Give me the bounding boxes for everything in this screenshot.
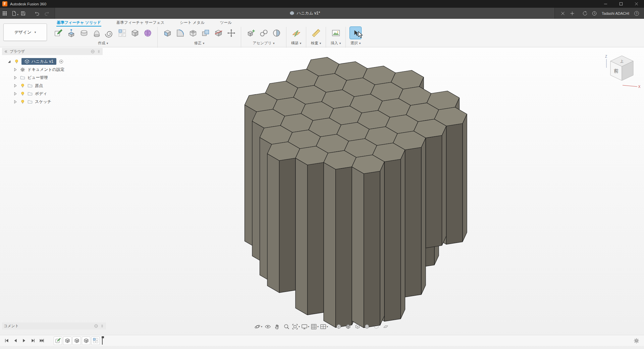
expand-arrow-icon[interactable] <box>13 91 18 96</box>
app-grid-icon[interactable] <box>0 8 9 19</box>
combine-button[interactable] <box>200 27 211 39</box>
viewports-tool[interactable]: ▾ <box>320 322 328 331</box>
visibility-bulb-icon[interactable] <box>20 91 25 96</box>
hex-column-face[interactable] <box>405 147 422 297</box>
section-analysis-button[interactable] <box>271 27 282 39</box>
measure-button[interactable] <box>310 27 322 39</box>
new-component-button[interactable] <box>245 27 257 39</box>
minimize-button[interactable] <box>598 0 613 8</box>
comment-minimize-icon[interactable] <box>94 324 98 328</box>
timeline-playhead[interactable] <box>102 337 103 345</box>
browser-grip-icon[interactable] <box>97 49 101 54</box>
expand-arrow-icon[interactable] <box>13 75 18 80</box>
redo-icon[interactable] <box>42 8 51 19</box>
orbit-tool[interactable]: ▾ <box>254 322 263 331</box>
hex-column-face[interactable] <box>446 123 463 244</box>
hex-column-face[interactable] <box>352 167 364 328</box>
hex-column-face[interactable] <box>267 154 279 293</box>
browser-minimize-icon[interactable] <box>91 49 95 54</box>
visual-style-shaded-tool[interactable] <box>334 322 343 331</box>
revolve-button[interactable] <box>78 27 90 39</box>
grid-and-snaps-tool[interactable]: ▾ <box>310 322 319 331</box>
expand-arrow-icon[interactable] <box>13 67 18 72</box>
toolbar-group-label-assemble[interactable]: アセンブリ▾ <box>253 41 275 46</box>
hex-column-face[interactable] <box>421 138 426 295</box>
play-button[interactable] <box>20 337 28 345</box>
step-forward-button[interactable] <box>29 337 37 345</box>
select-tool-button[interactable] <box>350 27 361 39</box>
feature-extrude-1[interactable] <box>63 337 71 345</box>
construction-plane-button[interactable] <box>290 27 302 39</box>
extrude-button[interactable] <box>65 27 77 39</box>
hex-column-face[interactable] <box>442 126 446 246</box>
ribbon-tab-2[interactable]: 基準フィーチャ サーフェス <box>116 19 165 27</box>
workspace-dropdown[interactable]: デザイン ▾ <box>3 23 47 41</box>
visual-style-hidden-edge-tool[interactable] <box>372 322 381 331</box>
visual-style-shaded-edges-tool[interactable] <box>344 322 353 331</box>
browser-item-origin[interactable]: 原点 <box>2 82 103 90</box>
box-primitive-button[interactable] <box>129 27 141 39</box>
ribbon-tab-4[interactable]: ツール <box>220 19 232 27</box>
display-settings-tool[interactable]: ▾ <box>301 322 310 331</box>
feature-pattern-1[interactable] <box>91 337 100 345</box>
hex-column-face[interactable] <box>463 114 467 242</box>
toolbar-group-label-modify[interactable]: 修正▾ <box>194 41 205 46</box>
feature-extrude-3[interactable] <box>82 337 90 345</box>
pan-tool[interactable] <box>273 322 281 331</box>
loft-button[interactable] <box>91 27 102 39</box>
look-at-tool[interactable] <box>263 322 272 331</box>
rectangular-pattern-button[interactable] <box>116 27 128 39</box>
hex-column-face[interactable] <box>336 167 352 328</box>
hex-column-face[interactable] <box>324 162 336 328</box>
hex-column-face[interactable] <box>426 136 442 248</box>
browser-item-root[interactable]: ハニカム v1 <box>2 57 103 65</box>
insert-canvas-button[interactable] <box>330 27 341 39</box>
move-copy-button[interactable] <box>225 27 237 39</box>
honeycomb-body[interactable] <box>245 57 467 328</box>
press-pull-button[interactable] <box>162 27 173 39</box>
hex-column-face[interactable] <box>384 159 401 321</box>
job-status-icon[interactable] <box>580 11 590 16</box>
browser-item-named-views[interactable]: ビュー管理 <box>2 73 103 82</box>
comment-bar[interactable]: コメント <box>2 322 106 330</box>
recent-activity-icon[interactable] <box>590 11 599 16</box>
toolbar-group-label-select[interactable]: 選択▾ <box>351 41 361 46</box>
user-name[interactable]: Tadashi ADACHI <box>602 11 629 15</box>
step-back-button[interactable] <box>11 337 19 345</box>
feature-extrude-2[interactable] <box>72 337 81 345</box>
feature-sketch-1[interactable] <box>54 337 62 345</box>
split-body-button[interactable] <box>213 27 224 39</box>
create-form-button[interactable] <box>142 27 153 39</box>
joint-button[interactable] <box>258 27 269 39</box>
document-tab[interactable]: ハニカム v1* <box>55 8 555 19</box>
browser-root-document[interactable]: ハニカム v1 <box>21 58 56 65</box>
view-cube[interactable]: 前 上 Z X <box>602 53 644 91</box>
expand-arrow-icon[interactable] <box>13 99 18 104</box>
browser-item-document-settings[interactable]: ドキュメントの設定 <box>2 65 103 73</box>
visibility-bulb-icon[interactable] <box>20 99 25 104</box>
zoom-tool[interactable] <box>282 322 291 331</box>
hex-column-face[interactable] <box>279 158 296 293</box>
browser-item-sketches[interactable]: スケッチ <box>2 98 103 106</box>
maximize-button[interactable] <box>613 0 629 8</box>
ribbon-tab-3[interactable]: シート メタル <box>179 19 205 27</box>
visual-style-sphere-tool[interactable] <box>363 322 371 331</box>
visibility-bulb-icon[interactable] <box>20 83 25 88</box>
comment-grip-icon[interactable] <box>100 324 104 328</box>
browser-item-bodies[interactable]: ボディ <box>2 90 103 98</box>
visual-style-wireframe-tool[interactable] <box>353 322 362 331</box>
toolbar-group-label-inspect[interactable]: 検査▾ <box>311 41 321 46</box>
coil-button[interactable] <box>104 27 115 39</box>
hex-column-face[interactable] <box>364 171 380 328</box>
visibility-bulb-icon[interactable] <box>14 59 19 64</box>
fillet-button[interactable] <box>174 27 186 39</box>
create-sketch-button[interactable] <box>53 27 64 39</box>
undo-icon[interactable] <box>33 8 42 19</box>
visual-style-ground-plane-tool[interactable] <box>381 322 390 331</box>
expand-arrow-icon[interactable] <box>7 59 12 64</box>
browser-collapse-icon[interactable] <box>4 49 8 54</box>
timeline-settings-gear-icon[interactable] <box>634 338 639 344</box>
shell-button[interactable] <box>187 27 199 39</box>
hex-column-face[interactable] <box>308 162 324 315</box>
toolbar-group-label-insert[interactable]: 挿入▾ <box>331 41 341 46</box>
